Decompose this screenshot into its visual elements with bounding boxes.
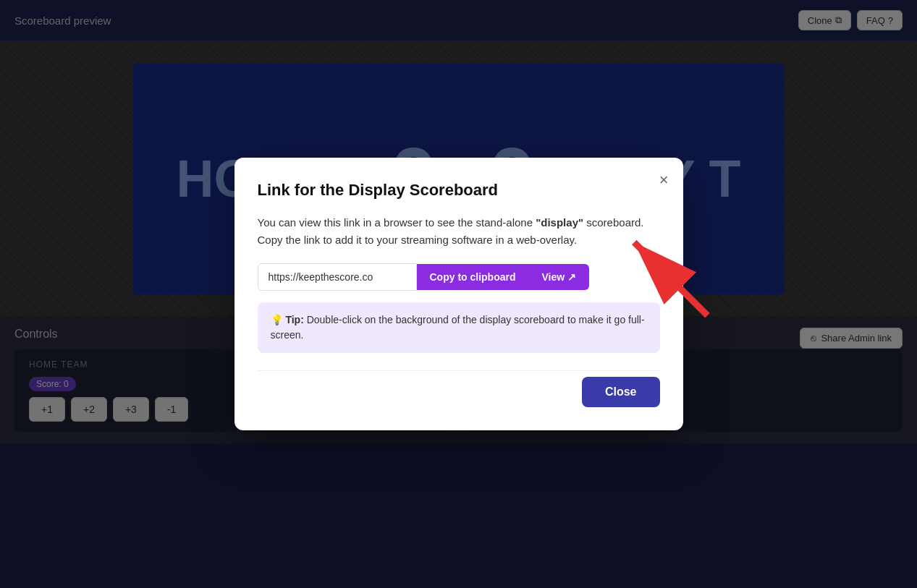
url-row: Copy to clipboard View ↗ xyxy=(258,263,660,291)
tip-box: 💡 Tip: Double-click on the background of… xyxy=(258,302,660,353)
tip-bold: Tip: xyxy=(285,314,303,325)
modal-footer: Close xyxy=(258,370,660,407)
main-background: Scoreboard preview Clone ⧉ FAQ ? HOME T … xyxy=(0,0,917,588)
external-link-icon: ↗ xyxy=(567,271,576,283)
modal-description: You can view this link in a browser to s… xyxy=(258,214,660,249)
modal-desc-bold: "display" xyxy=(536,216,583,229)
close-button[interactable]: Close xyxy=(582,377,660,407)
modal-overlay[interactable]: × Link for the Display Scoreboard You ca… xyxy=(0,0,917,588)
copy-to-clipboard-button[interactable]: Copy to clipboard xyxy=(417,264,529,290)
tip-text: Double-click on the background of the di… xyxy=(271,314,645,341)
modal-close-button[interactable]: × xyxy=(659,172,669,188)
modal-dialog: × Link for the Display Scoreboard You ca… xyxy=(234,158,683,430)
modal-desc-part1: You can view this link in a browser to s… xyxy=(258,216,536,229)
view-label: View xyxy=(542,271,565,283)
view-button[interactable]: View ↗ xyxy=(529,264,590,290)
modal-title: Link for the Display Scoreboard xyxy=(258,181,660,200)
tip-emoji: 💡 xyxy=(271,314,283,325)
copy-label: Copy to clipboard xyxy=(430,271,516,283)
url-input[interactable] xyxy=(258,263,417,291)
close-label: Close xyxy=(605,385,637,398)
